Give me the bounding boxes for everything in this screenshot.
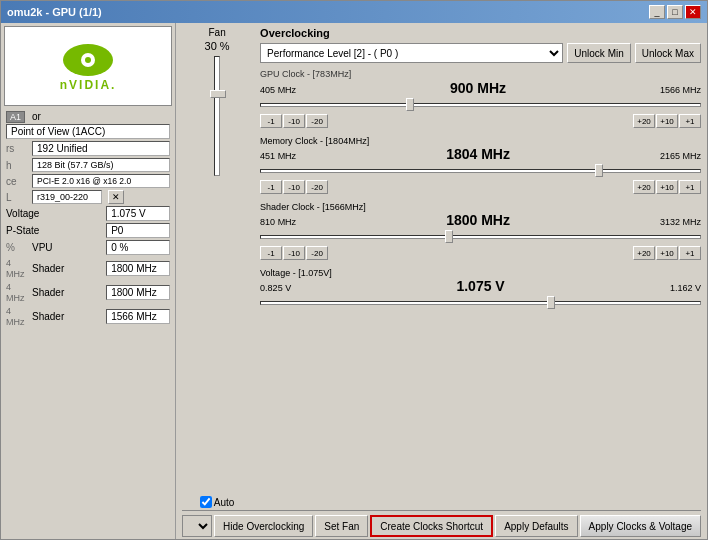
oc-title: Overclocking [260, 27, 701, 39]
pcie-label: ce [6, 176, 17, 187]
mem-clock-section: Memory Clock - [1804MHz] 451 MHz 1804 MH… [260, 134, 701, 194]
right-panel: Fan 30 % Auto Overclocking [176, 23, 707, 539]
vpu-label: VPU [32, 242, 53, 253]
bus-width-label: h [6, 160, 12, 171]
fan-oc-area: Fan 30 % Auto Overclocking [182, 27, 701, 508]
shader2-mhz: 4 MHz [6, 282, 25, 303]
mem-clock-name: Memory Clock - [1804MHz] [260, 136, 369, 146]
gpu-clock-adj-right: +20 +10 +1 [633, 114, 701, 128]
shader-clock-header: Shader Clock - [1566MHz] [260, 200, 701, 212]
fan-auto-checkbox[interactable] [200, 496, 212, 508]
shader-clock-adj: -1 -10 -20 +20 +10 +1 [260, 246, 701, 260]
gpu-clock-adj-left: -1 -10 -20 [260, 114, 328, 128]
gpu-logo: nVIDIA. [4, 26, 172, 106]
voltage-max: 1.162 V [670, 283, 701, 293]
shader-adj-plus10[interactable]: +10 [656, 246, 678, 260]
mem-adj-plus10[interactable]: +10 [656, 180, 678, 194]
pcie-value: PCI-E 2.0 x16 @ x16 2.0 [32, 174, 170, 188]
shader-clock-name: Shader Clock - [1566MHz] [260, 202, 366, 212]
voltage-current: 1.075 V [456, 278, 504, 294]
fan-auto-row: Auto [200, 496, 235, 508]
window-title: omu2k - GPU (1/1) [7, 6, 102, 18]
pstate-label: P-State [6, 225, 39, 236]
voltage-thumb[interactable] [547, 296, 555, 309]
shader-adj-minus1[interactable]: -1 [260, 246, 282, 260]
fan-slider-track[interactable] [214, 56, 220, 176]
driver-clear-button[interactable]: ✕ [108, 190, 124, 204]
gpu-adj-minus20[interactable]: -20 [306, 114, 328, 128]
shaders-label: rs [6, 143, 14, 154]
mem-adj-minus10[interactable]: -10 [283, 180, 305, 194]
fan-slider-thumb[interactable] [210, 90, 226, 98]
driver-value: r319_00-220 [32, 190, 102, 204]
maximize-button[interactable]: □ [667, 5, 683, 19]
shader-clock-adj-right: +20 +10 +1 [633, 246, 701, 260]
nvidia-logo: nVIDIA. [60, 40, 117, 92]
shaders-row: rs 192 Unified [4, 140, 172, 157]
shader-clock-min: 810 MHz [260, 217, 296, 227]
mem-clock-adj: -1 -10 -20 +20 +10 +1 [260, 180, 701, 194]
nvidia-text: nVIDIA. [60, 78, 117, 92]
profile-select[interactable] [182, 515, 212, 537]
title-bar: omu2k - GPU (1/1) _ □ ✕ [1, 1, 707, 23]
main-window: omu2k - GPU (1/1) _ □ ✕ nVIDIA. [0, 0, 708, 540]
bus-width-value: 128 Bit (57.7 GB/s) [32, 158, 170, 172]
gpu-clock-max: 1566 MHz [660, 85, 701, 95]
pstate-value: P0 [106, 223, 170, 238]
voltage-section: Voltage - [1.075V] 0.825 V 1.075 V 1.162… [260, 266, 701, 312]
gpu-clock-min: 405 MHz [260, 85, 296, 95]
shader-clock-adj-left: -1 -10 -20 [260, 246, 328, 260]
unlock-min-button[interactable]: Unlock Min [567, 43, 630, 63]
left-sidebar: nVIDIA. A1 or Point of View (1ACC) rs 19… [1, 23, 176, 539]
shader-clock-current: 1800 MHz [446, 212, 510, 228]
mem-clock-header: Memory Clock - [1804MHz] [260, 134, 701, 146]
gpu-clock-track [260, 103, 701, 107]
mem-clock-slider[interactable] [260, 164, 701, 178]
voltage-min: 0.825 V [260, 283, 291, 293]
voltage-label: Voltage [6, 208, 39, 219]
mem-adj-plus1[interactable]: +1 [679, 180, 701, 194]
mem-clock-adj-right: +20 +10 +1 [633, 180, 701, 194]
mem-adj-minus1[interactable]: -1 [260, 180, 282, 194]
gpu-adj-minus10[interactable]: -10 [283, 114, 305, 128]
gpu-clock-slider[interactable] [260, 98, 701, 112]
voltage-slider[interactable] [260, 296, 701, 310]
apply-clocks-voltage-button[interactable]: Apply Clocks & Voltage [580, 515, 701, 537]
svg-point-2 [85, 57, 91, 63]
create-clocks-shortcut-button[interactable]: Create Clocks Shortcut [370, 515, 493, 537]
content-area: nVIDIA. A1 or Point of View (1ACC) rs 19… [1, 23, 707, 539]
gpu-clock-name: GPU Clock - [783MHz] [260, 69, 351, 79]
gpu-adj-plus1[interactable]: +1 [679, 114, 701, 128]
mem-adj-minus20[interactable]: -20 [306, 180, 328, 194]
mem-clock-current: 1804 MHz [446, 146, 510, 162]
gpu-adj-minus1[interactable]: -1 [260, 114, 282, 128]
mem-clock-max: 2165 MHz [660, 151, 701, 161]
shader-clock-slider[interactable] [260, 230, 701, 244]
hide-oc-button[interactable]: Hide Overclocking [214, 515, 313, 537]
shader3-value: 1566 MHz [106, 309, 170, 324]
voltage-name: Voltage - [1.075V] [260, 268, 332, 278]
shader-adj-plus1[interactable]: +1 [679, 246, 701, 260]
gpu-clock-thumb[interactable] [406, 98, 414, 111]
minimize-button[interactable]: _ [649, 5, 665, 19]
unlock-max-button[interactable]: Unlock Max [635, 43, 701, 63]
close-button[interactable]: ✕ [685, 5, 701, 19]
fan-percent: 30 % [205, 40, 230, 52]
shader-adj-plus20[interactable]: +20 [633, 246, 655, 260]
apply-defaults-button[interactable]: Apply Defaults [495, 515, 577, 537]
shaders-value: 192 Unified [32, 141, 170, 156]
shader-adj-minus20[interactable]: -20 [306, 246, 328, 260]
mem-adj-plus20[interactable]: +20 [633, 180, 655, 194]
perf-level-select[interactable]: Performance Level [2] - ( P0 ) [260, 43, 563, 63]
perf-level-row: Performance Level [2] - ( P0 ) Unlock Mi… [260, 43, 701, 63]
gpu-adj-plus10[interactable]: +10 [656, 114, 678, 128]
shader-clock-thumb[interactable] [445, 230, 453, 243]
info-table: A1 or Point of View (1ACC) rs 192 Unifie… [4, 110, 172, 328]
nvidia-eye-icon [61, 40, 116, 78]
shader-adj-minus10[interactable]: -10 [283, 246, 305, 260]
vendor-name: Point of View (1ACC) [6, 124, 170, 139]
set-fan-button[interactable]: Set Fan [315, 515, 368, 537]
gpu-adj-plus20[interactable]: +20 [633, 114, 655, 128]
gpu-clock-adj: -1 -10 -20 +20 +10 +1 [260, 114, 701, 128]
mem-clock-thumb[interactable] [595, 164, 603, 177]
